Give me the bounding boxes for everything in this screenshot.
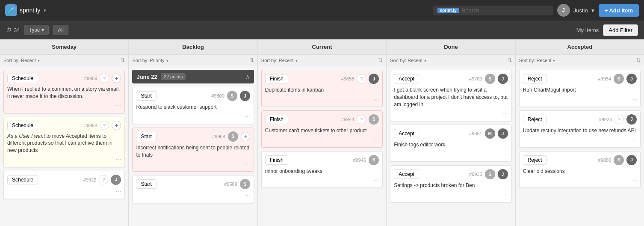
avatar-9800-2: J xyxy=(240,91,250,101)
card-9783-body: I get a blank screen when trying to visi… xyxy=(394,86,508,108)
card-9954-footer: ··· xyxy=(523,95,637,103)
card-9922-footer: ··· xyxy=(7,187,121,195)
accepted-sort-chevron-icon[interactable]: ▾ xyxy=(553,58,555,63)
user-area[interactable]: J Justin ▾ xyxy=(557,4,594,17)
card-9923-header: Reject #9923 ? J xyxy=(523,114,637,125)
question-button-9922[interactable]: ? xyxy=(99,175,108,184)
add-filter-button[interactable]: Add Filter xyxy=(603,24,638,36)
avatar-9783-2: J xyxy=(498,74,508,84)
ellipsis-icon[interactable]: ··· xyxy=(244,160,250,168)
card-9954-header: Reject #9954 S J xyxy=(523,74,637,84)
card-9783-id: #9783 xyxy=(469,76,482,81)
column-accepted-header: Accepted xyxy=(516,39,644,55)
avatar-9904: S xyxy=(228,131,238,142)
card-9958-footer: ··· xyxy=(7,156,121,164)
logo-area[interactable]: 🧪 sprint.ly ▾ xyxy=(5,4,46,16)
schedule-button-9922[interactable]: Schedule xyxy=(7,175,38,184)
ellipsis-icon[interactable]: ··· xyxy=(502,191,508,199)
done-sort-chevron-icon[interactable]: ▾ xyxy=(424,58,426,63)
avatar: J xyxy=(557,4,570,17)
accepted-sort-label: Sort by: Recent xyxy=(519,58,552,63)
ellipsis-icon[interactable]: ··· xyxy=(631,136,637,144)
ellipsis-icon[interactable]: ··· xyxy=(373,95,379,103)
someday-sort-bar: Sort by: Recent ▾ ⇅ xyxy=(0,55,128,66)
schedule-button-9959[interactable]: Schedule xyxy=(7,74,38,83)
all-filter-button[interactable]: All xyxy=(53,25,68,35)
start-button-9569[interactable]: Start xyxy=(136,179,156,189)
ellipsis-icon[interactable]: ··· xyxy=(502,150,508,158)
avatar-9944: S xyxy=(369,114,379,125)
question-button-9923[interactable]: ? xyxy=(614,115,624,124)
search-input[interactable] xyxy=(462,7,549,14)
ellipsis-icon[interactable]: ··· xyxy=(115,156,121,164)
reject-button-9954[interactable]: Reject xyxy=(523,74,547,83)
avatar-9651-1: M xyxy=(485,128,495,139)
plus-button-9958[interactable]: + xyxy=(112,121,121,130)
someday-sort-order-icon[interactable]: ⇅ xyxy=(121,57,125,63)
ellipsis-icon[interactable]: ··· xyxy=(631,95,637,103)
ellipsis-icon[interactable]: ··· xyxy=(115,102,121,110)
top-nav: 🧪 sprint.ly ▾ sprint.ly J Justin ▾ + Add… xyxy=(0,0,644,21)
reject-button-9880[interactable]: Reject xyxy=(523,155,547,165)
ellipsis-icon[interactable]: ··· xyxy=(373,176,379,184)
card-9959-header: Schedule #9959 ? + xyxy=(7,74,121,83)
backlog-sort-chevron-icon[interactable]: ▾ xyxy=(166,58,168,63)
plus-button-9904[interactable]: + xyxy=(241,132,250,141)
ellipsis-icon[interactable]: ··· xyxy=(244,192,250,199)
column-someday: Someday Sort by: Recent ▾ ⇅ Schedule #99… xyxy=(0,39,129,226)
question-button-9858[interactable]: ? xyxy=(357,74,366,83)
accept-button-9783[interactable]: Accept xyxy=(394,74,419,83)
avatar-9569: S xyxy=(240,179,250,189)
card-9800-footer: ··· xyxy=(136,113,250,120)
card-9944-footer: ··· xyxy=(265,136,379,144)
card-9904-id: #9904 xyxy=(212,134,225,139)
question-button-9959[interactable]: ? xyxy=(100,74,109,83)
avatar-9935-1: S xyxy=(485,169,495,179)
schedule-button-9958[interactable]: Schedule xyxy=(7,121,38,130)
item-count: 34 xyxy=(14,27,20,33)
ellipsis-icon[interactable]: ··· xyxy=(244,113,250,120)
ellipsis-icon[interactable]: ··· xyxy=(631,176,637,184)
my-items-link[interactable]: My Items xyxy=(576,27,599,33)
column-current: Current Sort by: Recent ▾ ⇅ Finish #9858… xyxy=(258,39,387,226)
collapse-icon[interactable]: ∧ xyxy=(245,73,250,80)
plus-button-9959[interactable]: + xyxy=(112,74,121,83)
kanban-board: Someday Sort by: Recent ▾ ⇅ Schedule #99… xyxy=(0,39,644,226)
done-sort-order-icon[interactable]: ⇅ xyxy=(508,57,512,63)
accept-button-9935[interactable]: Accept xyxy=(394,170,419,179)
avatar-9922: J xyxy=(111,175,121,185)
card-9858-header: Finish #9858 ? J xyxy=(265,74,379,84)
card-9800-body: Respond to slack customer support xyxy=(136,104,250,111)
ellipsis-icon[interactable]: ··· xyxy=(115,187,121,195)
type-filter-button[interactable]: Type ▾ xyxy=(24,25,49,35)
question-button-9944[interactable]: ? xyxy=(357,115,366,124)
ellipsis-icon[interactable]: ··· xyxy=(373,136,379,144)
ellipsis-icon[interactable]: ··· xyxy=(502,110,508,117)
finish-button-9858[interactable]: Finish xyxy=(265,74,288,83)
current-sort-order-icon[interactable]: ⇅ xyxy=(378,57,383,63)
backlog-sort-order-icon[interactable]: ⇅ xyxy=(250,57,254,63)
backlog-sort-bar: Sort by: Priority ▾ ⇅ xyxy=(129,55,257,66)
card-9651-header: Accept #9651 M J xyxy=(394,128,508,139)
finish-button-9944[interactable]: Finish xyxy=(265,115,288,124)
add-item-button[interactable]: + Add Item xyxy=(599,4,639,17)
current-content: Finish #9858 ? J Duplicate items in kanb… xyxy=(258,66,386,226)
card-9958-header: Schedule #9958 ? + xyxy=(7,121,121,130)
question-button-9958[interactable]: ? xyxy=(100,121,109,130)
start-button-9904[interactable]: Start xyxy=(136,132,156,141)
accept-button-9651[interactable]: Accept xyxy=(394,129,419,138)
card-9904-footer: ··· xyxy=(136,160,250,168)
card-9946-footer: ··· xyxy=(265,176,379,184)
group-points: 22 points xyxy=(161,73,186,80)
card-9958-body: As a User I want to move Accepted items … xyxy=(7,133,121,154)
reject-button-9923[interactable]: Reject xyxy=(523,115,547,124)
accepted-sort-order-icon[interactable]: ⇅ xyxy=(636,57,641,63)
start-button-9800[interactable]: Start xyxy=(136,91,156,101)
card-9946: Finish #9946 S minor onboarding tweaks ·… xyxy=(261,151,383,188)
group-header-june22: June 22 22 points ∧ xyxy=(132,70,254,83)
current-sort-chevron-icon[interactable]: ▾ xyxy=(295,58,298,63)
finish-button-9946[interactable]: Finish xyxy=(265,155,288,165)
card-9651-body: Finish tags editor work xyxy=(394,141,508,149)
column-backlog-header: Backlog xyxy=(129,39,257,55)
someday-sort-chevron-icon[interactable]: ▾ xyxy=(38,58,40,63)
